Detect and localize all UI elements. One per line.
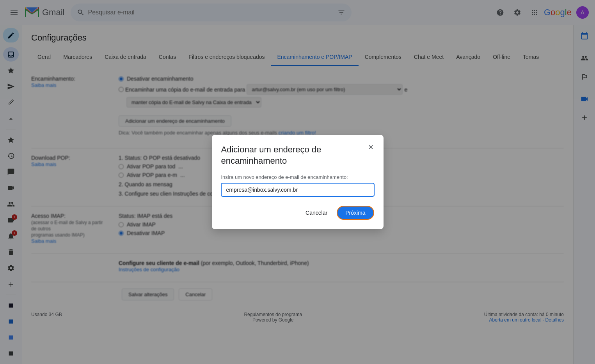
dialog-cancel-button[interactable]: Cancelar [299, 207, 334, 219]
dialog-actions: Cancelar Próxima [221, 206, 374, 220]
dialog: ✕ Adicionar um endereço deencaminhamento… [212, 135, 384, 229]
dialog-label: Insira um novo endereço de e-mail de enc… [221, 174, 374, 180]
dialog-title: Adicionar um endereço deencaminhamento [221, 144, 374, 166]
dialog-next-button[interactable]: Próxima [337, 206, 374, 220]
dialog-close-button[interactable]: ✕ [365, 141, 377, 154]
dialog-email-input[interactable] [221, 183, 374, 196]
modal-overlay[interactable]: ✕ Adicionar um endereço deencaminhamento… [0, 0, 595, 364]
